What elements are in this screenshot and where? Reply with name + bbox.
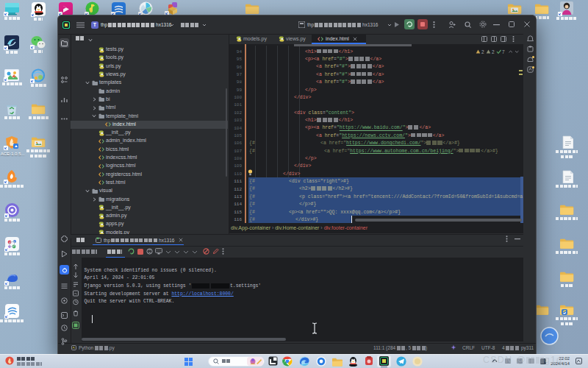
svg-text:2: 2: [492, 49, 495, 54]
svg-text:7: 7: [502, 49, 505, 54]
svg-text:2: 2: [481, 49, 484, 54]
